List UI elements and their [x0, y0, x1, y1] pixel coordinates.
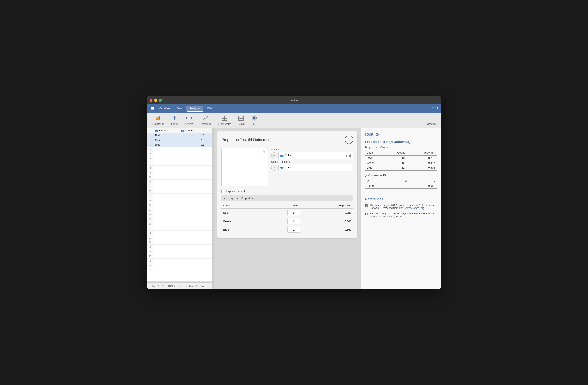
minimize-button[interactable]: [154, 99, 157, 102]
counts-header[interactable]: 👥 Counts: [179, 128, 206, 133]
expected-row: Green 0.500: [221, 217, 353, 225]
table-row[interactable]: 6: [147, 156, 212, 161]
variable-label: Variable: [271, 148, 353, 151]
run-button[interactable]: →: [345, 136, 353, 144]
table-row[interactable]: 23: [147, 235, 212, 240]
colour-cell: [153, 212, 179, 217]
maximize-button[interactable]: [159, 99, 162, 102]
ratio-input[interactable]: [287, 210, 300, 216]
colour-cell: [153, 259, 179, 263]
table-row[interactable]: 1 Red 10: [147, 133, 212, 138]
table-row[interactable]: 28: [147, 259, 212, 263]
layout-icon[interactable]: ⊡: [432, 107, 434, 111]
toolbar-factor[interactable]: Factor: [235, 114, 247, 127]
modules-button[interactable]: Modules: [424, 114, 439, 127]
extra-cell: [206, 198, 212, 203]
table-row[interactable]: 16: [147, 203, 212, 207]
expected-proportions-header[interactable]: ▼ | Expected Proportions: [221, 195, 353, 201]
reference-item: [1]The jamovi project (2021). jamovi. (V…: [365, 204, 437, 210]
counts-field[interactable]: 👥 Counts: [278, 164, 353, 171]
menu-variables[interactable]: Variables: [156, 105, 173, 112]
colour-cell: [153, 245, 179, 249]
table-row[interactable]: 24: [147, 240, 212, 245]
table-row[interactable]: 9: [147, 170, 212, 175]
close-button[interactable]: [149, 99, 152, 102]
search-icon[interactable]: 🔍: [262, 150, 266, 153]
table-row[interactable]: 15: [147, 198, 212, 203]
table-row[interactable]: 20: [147, 222, 212, 226]
row-number: 2: [147, 138, 153, 142]
status-filters: Filters 0: [167, 284, 175, 287]
counts-arrow-button[interactable]: →: [271, 165, 277, 171]
ref-italic: R: A Language and environment for statis…: [370, 212, 434, 218]
table-row[interactable]: 17: [147, 207, 212, 212]
row-number: 1: [147, 133, 153, 138]
menu-data[interactable]: Data: [174, 105, 186, 112]
analysis-body: 🔍 Variable → 👥 Colour: [221, 148, 353, 186]
variable-field[interactable]: 👥 Colour: [278, 152, 353, 159]
menu-analyses[interactable]: Analyses: [187, 105, 204, 112]
options-section: Expected counts ▼ | Expected Proportions…: [221, 190, 353, 234]
p-header: p: [409, 178, 437, 183]
table-row[interactable]: 2 Green 15: [147, 138, 212, 142]
variable-arrow-button[interactable]: →: [271, 152, 277, 158]
table-row[interactable]: 14: [147, 194, 212, 198]
counts-cell: [179, 152, 206, 156]
menu-edit[interactable]: Edit: [204, 105, 215, 112]
colour-cell: [153, 175, 179, 180]
table-row[interactable]: 21: [147, 226, 212, 231]
row-number: 14: [147, 194, 153, 198]
table-row[interactable]: 26: [147, 249, 212, 254]
hamburger-menu[interactable]: ☰: [149, 107, 156, 111]
table-row[interactable]: 10: [147, 175, 212, 180]
row-number: 18: [147, 212, 153, 217]
extra-cell: [206, 226, 212, 231]
toolbar-frequencies[interactable]: Frequencies: [215, 114, 234, 127]
analysis-card: Proportion Test (N Outcomes) → 🔍 Variabl…: [217, 131, 357, 238]
row-number: 15: [147, 198, 153, 203]
table-row[interactable]: 27: [147, 254, 212, 259]
row-number: 9: [147, 170, 153, 175]
table-row[interactable]: 18: [147, 212, 212, 217]
counts-cell: [179, 254, 206, 259]
svg-rect-30: [348, 154, 349, 157]
exp-level: Red: [221, 208, 255, 217]
more-icon[interactable]: ⋮: [436, 107, 439, 111]
colour-cell: [153, 203, 179, 207]
anova-label: ANOVA: [185, 123, 193, 125]
table-row[interactable]: 29: [147, 263, 212, 268]
toolbar-anova[interactable]: ANOVA: [182, 114, 196, 127]
table-row[interactable]: 4: [147, 147, 212, 152]
svg-rect-21: [239, 116, 241, 118]
table-row[interactable]: 7: [147, 161, 212, 166]
counts-cell: [179, 263, 206, 268]
toolbar-regression[interactable]: Regression: [197, 114, 215, 127]
table-row[interactable]: 8: [147, 166, 212, 170]
ratio-input[interactable]: [287, 218, 300, 224]
toolbar-ttests[interactable]: T-Tests: [168, 114, 181, 127]
table-row[interactable]: 3 Blue 11: [147, 142, 212, 147]
colour-header[interactable]: 👥 Colour: [153, 128, 179, 133]
table-row[interactable]: 22: [147, 231, 212, 235]
goodness-table: χ² df p 5.000 2 0.082: [365, 178, 437, 189]
table-row[interactable]: 12: [147, 184, 212, 189]
row-number: 29: [147, 263, 153, 268]
extra-cell: [206, 156, 212, 161]
table-row[interactable]: 5: [147, 152, 212, 156]
table-row[interactable]: 19: [147, 217, 212, 222]
horizontal-scrollbar[interactable]: [147, 281, 212, 283]
exploration-label: Exploration: [152, 123, 164, 125]
table-row[interactable]: 25: [147, 245, 212, 249]
toolbar-r[interactable]: R R: [248, 114, 260, 127]
ref-link[interactable]: https://www.jamovi.org: [399, 207, 424, 210]
table-row[interactable]: 13: [147, 189, 212, 194]
toolbar-exploration[interactable]: Exploration: [149, 114, 167, 127]
expected-counts-checkbox[interactable]: [221, 190, 224, 193]
ratio-input[interactable]: [287, 227, 300, 233]
table-row[interactable]: 11: [147, 180, 212, 184]
analysis-header: Proportion Test (N Outcomes) →: [221, 136, 353, 144]
expected-proportions-table: Level Ratio Proportion Red 0.333 Green 0…: [221, 203, 353, 234]
colour-cell: [153, 207, 179, 212]
counts-field-icon: 👥: [280, 166, 284, 169]
menubar: ☰ Variables Data Analyses Edit ⊡ ⋮: [147, 104, 441, 113]
